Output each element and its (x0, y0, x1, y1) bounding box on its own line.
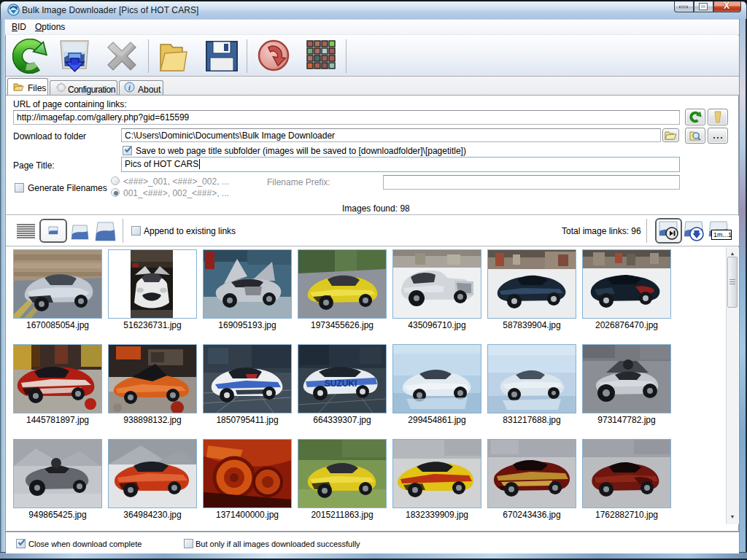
svg-text:SUZUKI: SUZUKI (325, 378, 357, 389)
svg-text:i: i (128, 84, 131, 92)
